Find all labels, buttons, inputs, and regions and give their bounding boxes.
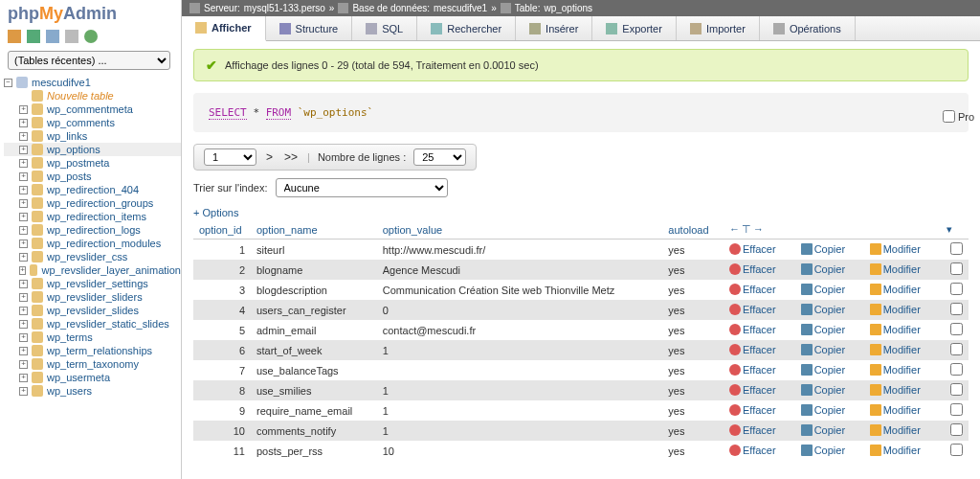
- tree-table-wp_options[interactable]: +wp_options: [4, 143, 181, 156]
- copy-button[interactable]: Copier: [801, 324, 845, 335]
- expand-icon[interactable]: +: [19, 159, 28, 168]
- copy-button[interactable]: Copier: [801, 404, 845, 416]
- row-checkbox[interactable]: [950, 423, 963, 436]
- delete-button[interactable]: Effacer: [729, 404, 776, 416]
- edit-button[interactable]: Modifier: [870, 445, 921, 456]
- tab-insert[interactable]: Insérer: [516, 16, 592, 40]
- expand-icon[interactable]: +: [19, 132, 28, 141]
- expand-icon[interactable]: +: [19, 293, 28, 302]
- logout-icon[interactable]: [27, 30, 40, 43]
- delete-button[interactable]: Effacer: [729, 364, 776, 376]
- expand-icon[interactable]: +: [19, 172, 28, 181]
- tree-table-wp_redirection_items[interactable]: +wp_redirection_items: [4, 210, 181, 223]
- profiling-cb[interactable]: [943, 110, 955, 123]
- sql-icon[interactable]: [46, 30, 59, 43]
- tree-table-wp_posts[interactable]: +wp_posts: [4, 170, 181, 183]
- profiling-checkbox[interactable]: Pro: [943, 110, 974, 123]
- tree-table-wp_term_taxonomy[interactable]: +wp_term_taxonomy: [4, 357, 181, 371]
- edit-button[interactable]: Modifier: [870, 344, 921, 355]
- tree-table-wp_users[interactable]: +wp_users: [4, 384, 181, 398]
- last-page-button[interactable]: >>: [282, 150, 300, 164]
- home-icon[interactable]: [8, 30, 21, 43]
- expand-icon[interactable]: +: [19, 333, 28, 342]
- delete-button[interactable]: Effacer: [729, 445, 776, 456]
- tree-table-wp_postmeta[interactable]: +wp_postmeta: [4, 156, 181, 170]
- copy-button[interactable]: Copier: [801, 344, 845, 355]
- edit-button[interactable]: Modifier: [870, 384, 921, 396]
- delete-button[interactable]: Effacer: [729, 284, 776, 295]
- copy-button[interactable]: Copier: [801, 364, 845, 376]
- edit-button[interactable]: Modifier: [870, 263, 921, 275]
- copy-button[interactable]: Copier: [801, 284, 845, 295]
- tab-browse[interactable]: Afficher: [182, 16, 266, 41]
- tree-table-wp_term_relationships[interactable]: +wp_term_relationships: [4, 344, 181, 357]
- new-table-link[interactable]: Nouvelle table: [4, 89, 181, 103]
- expand-icon[interactable]: +: [19, 186, 28, 194]
- tab-sql[interactable]: SQL: [352, 16, 417, 40]
- expand-icon[interactable]: +: [19, 240, 28, 248]
- row-checkbox[interactable]: [950, 343, 963, 355]
- tree-database[interactable]: − mescudifve1: [4, 76, 181, 89]
- copy-button[interactable]: Copier: [801, 243, 845, 255]
- col-option-name[interactable]: option_name: [256, 224, 318, 236]
- expand-icon[interactable]: +: [19, 387, 28, 396]
- col-option-id[interactable]: option_id: [199, 224, 242, 236]
- rows-select[interactable]: 25: [413, 148, 466, 166]
- copy-button[interactable]: Copier: [801, 424, 845, 436]
- tree-table-wp_redirection_modules[interactable]: +wp_redirection_modules: [4, 237, 181, 250]
- col-autoload[interactable]: autoload: [668, 224, 708, 236]
- expand-icon[interactable]: +: [19, 374, 28, 382]
- tree-table-wp_revslider_layer_animation[interactable]: +wp_revslider_layer_animation: [4, 263, 181, 277]
- col-option-value[interactable]: option_value: [383, 224, 442, 236]
- delete-button[interactable]: Effacer: [729, 263, 776, 275]
- expand-icon[interactable]: +: [19, 307, 28, 315]
- delete-button[interactable]: Effacer: [729, 424, 776, 436]
- row-checkbox[interactable]: [950, 303, 963, 315]
- tree-table-wp_terms[interactable]: +wp_terms: [4, 331, 181, 344]
- tree-table-wp_redirection_logs[interactable]: +wp_redirection_logs: [4, 223, 181, 237]
- edit-button[interactable]: Modifier: [870, 364, 921, 376]
- crumb-server[interactable]: mysql51-133.perso: [244, 3, 325, 13]
- row-checkbox[interactable]: [950, 383, 963, 396]
- crumb-db[interactable]: mescudifve1: [434, 3, 487, 13]
- edit-button[interactable]: Modifier: [870, 424, 921, 436]
- expand-icon[interactable]: +: [19, 266, 26, 275]
- row-checkbox[interactable]: [950, 283, 963, 295]
- row-checkbox[interactable]: [950, 262, 963, 275]
- tree-table-wp_links[interactable]: +wp_links: [4, 129, 181, 143]
- tree-table-wp_revslider_settings[interactable]: +wp_revslider_settings: [4, 277, 181, 290]
- tab-import[interactable]: Importer: [677, 16, 760, 40]
- expand-icon[interactable]: +: [19, 226, 28, 235]
- reload-icon[interactable]: [84, 30, 98, 43]
- copy-button[interactable]: Copier: [801, 304, 845, 315]
- row-checkbox[interactable]: [950, 242, 963, 255]
- tab-operations[interactable]: Opérations: [760, 16, 856, 40]
- edit-button[interactable]: Modifier: [870, 324, 921, 335]
- tab-search[interactable]: Rechercher: [417, 16, 516, 40]
- delete-button[interactable]: Effacer: [729, 304, 776, 315]
- tree-table-wp_revslider_sliders[interactable]: +wp_revslider_sliders: [4, 290, 181, 304]
- delete-button[interactable]: Effacer: [729, 324, 776, 335]
- copy-button[interactable]: Copier: [801, 263, 845, 275]
- docs-icon[interactable]: [65, 30, 78, 43]
- collapse-icon[interactable]: −: [4, 79, 12, 87]
- edit-button[interactable]: Modifier: [870, 304, 921, 315]
- row-checkbox[interactable]: [950, 444, 963, 456]
- next-page-button[interactable]: >: [264, 150, 275, 164]
- expand-icon[interactable]: +: [19, 320, 28, 329]
- tab-structure[interactable]: Structure: [266, 16, 353, 40]
- tree-table-wp_revslider_css[interactable]: +wp_revslider_css: [4, 250, 181, 263]
- delete-button[interactable]: Effacer: [729, 243, 776, 255]
- expand-icon[interactable]: +: [19, 213, 28, 221]
- tab-export[interactable]: Exporter: [592, 16, 677, 40]
- copy-button[interactable]: Copier: [801, 445, 845, 456]
- crumb-table[interactable]: wp_options: [544, 3, 592, 13]
- expand-icon[interactable]: +: [19, 119, 28, 127]
- tree-table-wp_usermeta[interactable]: +wp_usermeta: [4, 371, 181, 384]
- delete-button[interactable]: Effacer: [729, 344, 776, 355]
- column-menu-icon[interactable]: ▾: [947, 223, 952, 235]
- copy-button[interactable]: Copier: [801, 384, 845, 396]
- edit-button[interactable]: Modifier: [870, 243, 921, 255]
- options-link[interactable]: + Options: [193, 207, 238, 218]
- tree-table-wp_revslider_slides[interactable]: +wp_revslider_slides: [4, 304, 181, 317]
